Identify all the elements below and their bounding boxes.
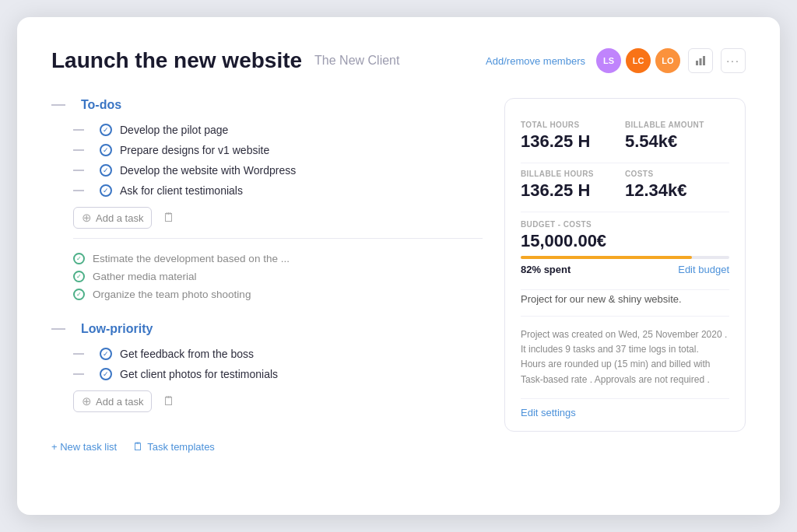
total-hours-value: 136.25 H xyxy=(521,131,613,152)
task-dash xyxy=(73,190,84,191)
billable-hours-value: 136.25 H xyxy=(521,180,613,201)
low-priority-header: Low-priority xyxy=(51,322,483,336)
task-label: Get client photos for testimonials xyxy=(120,368,278,380)
page-header: Launch the new website The New Client Ad… xyxy=(51,48,746,73)
task-templates-button[interactable]: 🗒 Task templates xyxy=(132,440,215,453)
stats-panel: TOTAL HOURS 136.25 H BILLABLE AMOUNT 5.5… xyxy=(504,98,746,432)
add-remove-members-link[interactable]: Add/remove members xyxy=(486,55,585,67)
billable-amount-label: BILLABLE AMOUNT xyxy=(625,121,729,129)
budget-label: BUDGET - COSTS xyxy=(521,220,729,229)
section-divider xyxy=(73,238,483,239)
add-task-row: ⊕ Add a task 🗒 xyxy=(51,201,483,235)
meta-line1: Project was created on Wed, 25 November … xyxy=(521,329,727,355)
add-task-button[interactable]: ⊕ Add a task xyxy=(73,390,152,412)
page-title: Launch the new website xyxy=(51,48,302,73)
costs-value: 12.34k€ xyxy=(625,180,729,201)
new-tasklist-label: + New task list xyxy=(51,441,117,453)
task-check-icon: ✓ xyxy=(100,184,112,197)
task-templates-label: Task templates xyxy=(147,441,215,453)
task-check-icon: ✓ xyxy=(100,164,112,177)
billable-hours-label: BILLABLE HOURS xyxy=(521,170,613,178)
task-label: Ask for client testimonials xyxy=(120,184,243,197)
costs-cell: COSTS 12.34k€ xyxy=(625,163,729,212)
list-item: ✓ Estimate the development based on the … xyxy=(51,250,483,268)
subtask-check-icon: ✓ xyxy=(73,271,85,282)
low-priority-title: Low-priority xyxy=(81,322,153,336)
task-dash xyxy=(73,170,84,171)
client-name: The New Client xyxy=(314,54,399,68)
table-row: ✓ Develop the website with Wordpress xyxy=(51,160,483,180)
todos-section: To-dos ✓ Develop the pilot page ✓ Prepar… xyxy=(51,98,483,303)
plus-icon: ⊕ xyxy=(82,211,92,225)
main-content: To-dos ✓ Develop the pilot page ✓ Prepar… xyxy=(51,98,746,453)
list-item: ✓ Organize the team photo shooting xyxy=(51,285,483,303)
low-priority-section: Low-priority ✓ Get feedback from the bos… xyxy=(51,322,483,418)
todos-header: To-dos xyxy=(51,98,483,112)
todos-title: To-dos xyxy=(81,98,121,112)
task-label: Develop the website with Wordpress xyxy=(120,164,296,177)
subtask-label: Gather media material xyxy=(93,271,197,282)
edit-settings-link[interactable]: Edit settings xyxy=(521,407,729,418)
progress-bar-background xyxy=(521,256,729,259)
billable-amount-cell: BILLABLE AMOUNT 5.54k€ xyxy=(625,114,729,163)
new-tasklist-button[interactable]: + New task list xyxy=(51,441,117,453)
project-meta: Project was created on Wed, 25 November … xyxy=(521,327,729,399)
billable-hours-cell: BILLABLE HOURS 136.25 H xyxy=(521,163,625,212)
chart-icon-button[interactable] xyxy=(688,48,713,73)
main-window: Launch the new website The New Client Ad… xyxy=(17,17,780,515)
budget-value: 15,000.00€ xyxy=(521,231,729,251)
task-check-icon: ✓ xyxy=(100,368,112,380)
task-lists-column: To-dos ✓ Develop the pilot page ✓ Prepar… xyxy=(51,98,483,453)
project-description: Project for our new & shiny website. xyxy=(521,290,729,317)
subtask-check-icon: ✓ xyxy=(73,253,85,264)
task-dash xyxy=(73,353,84,355)
stats-grid: TOTAL HOURS 136.25 H BILLABLE AMOUNT 5.5… xyxy=(521,114,729,212)
meta-line2: Hours are rounded up (15 min) and billed… xyxy=(521,359,710,384)
billable-amount-value: 5.54k€ xyxy=(625,131,729,152)
avatar-ls[interactable]: LS xyxy=(596,48,621,73)
svg-rect-2 xyxy=(703,56,705,65)
section-dash xyxy=(51,104,65,106)
table-row: ✓ Develop the pilot page xyxy=(51,120,483,140)
progress-bar-fill xyxy=(521,256,692,259)
svg-rect-0 xyxy=(696,61,698,65)
task-label: Prepare designs for v1 website xyxy=(120,144,269,156)
add-task-row: ⊕ Add a task 🗒 xyxy=(51,384,483,418)
section-dash xyxy=(51,328,65,330)
add-task-label: Add a task xyxy=(96,212,143,224)
bottom-actions: + New task list 🗒 Task templates xyxy=(51,440,483,453)
table-row: ✓ Get client photos for testimonials xyxy=(51,364,483,384)
total-hours-cell: TOTAL HOURS 136.25 H xyxy=(521,114,625,163)
table-row: ✓ Prepare designs for v1 website xyxy=(51,140,483,160)
avatar-group: LS LC LO xyxy=(596,48,680,73)
plus-icon: ⊕ xyxy=(82,394,92,408)
progress-percent: 82% spent xyxy=(521,264,571,275)
task-dash xyxy=(73,373,84,375)
list-item: ✓ Gather media material xyxy=(51,268,483,285)
task-label: Get feedback from the boss xyxy=(120,348,254,360)
total-hours-label: TOTAL HOURS xyxy=(521,121,613,129)
costs-label: COSTS xyxy=(625,170,729,178)
template-icon[interactable]: 🗒 xyxy=(163,394,175,408)
task-templates-icon: 🗒 xyxy=(132,440,143,453)
avatar-lc[interactable]: LC xyxy=(626,48,651,73)
add-task-button[interactable]: ⊕ Add a task xyxy=(73,207,152,229)
edit-budget-link[interactable]: Edit budget xyxy=(678,264,729,275)
subtask-label: Organize the team photo shooting xyxy=(93,289,251,300)
task-check-icon: ✓ xyxy=(100,124,112,136)
svg-rect-1 xyxy=(700,58,702,65)
task-dash xyxy=(73,149,84,151)
add-task-label: Add a task xyxy=(96,396,143,408)
more-options-button[interactable]: ··· xyxy=(721,48,746,73)
subtask-label: Estimate the development based on the ..… xyxy=(93,253,290,264)
task-label: Develop the pilot page xyxy=(120,124,228,136)
budget-row: BUDGET - COSTS 15,000.00€ 82% spent Edit… xyxy=(521,212,729,290)
table-row: ✓ Get feedback from the boss xyxy=(51,344,483,364)
subtask-check-icon: ✓ xyxy=(73,289,85,300)
task-check-icon: ✓ xyxy=(100,144,112,156)
header-actions: Add/remove members LS LC LO ··· xyxy=(486,48,746,73)
avatar-lo[interactable]: LO xyxy=(655,48,680,73)
task-dash xyxy=(73,129,84,131)
progress-row: 82% spent Edit budget xyxy=(521,264,729,275)
template-icon[interactable]: 🗒 xyxy=(163,211,175,225)
